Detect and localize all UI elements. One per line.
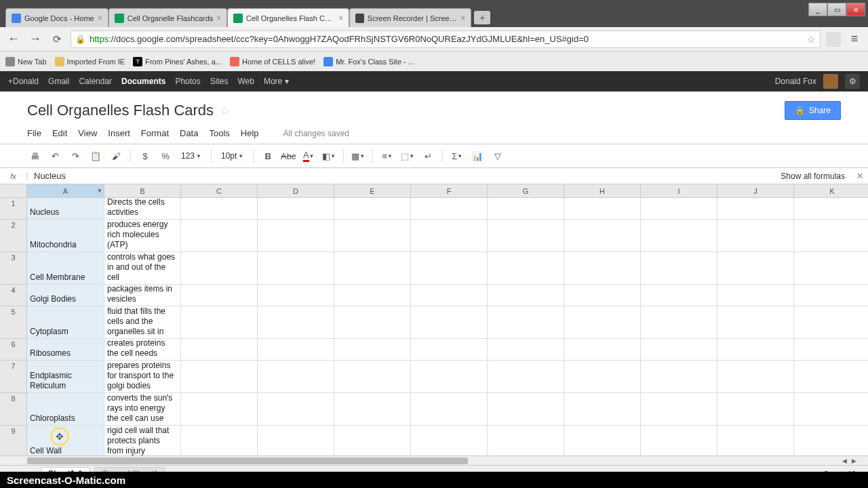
- cell-H7[interactable]: [564, 361, 641, 393]
- cell-C3[interactable]: [181, 252, 258, 285]
- row-header-6[interactable]: 6: [0, 339, 27, 361]
- cell-A4[interactable]: Golgi Bodies: [27, 285, 104, 306]
- cell-I7[interactable]: [641, 361, 717, 393]
- column-header-K[interactable]: K: [794, 184, 868, 198]
- cell-B6[interactable]: creates proteins the cell needs: [104, 339, 181, 361]
- column-header-F[interactable]: F: [411, 184, 488, 198]
- cell-A7[interactable]: Endplasmic Reticulum: [27, 361, 104, 393]
- menu-icon[interactable]: ≡: [846, 31, 863, 47]
- cell-J3[interactable]: [717, 252, 794, 285]
- cell-J2[interactable]: [717, 220, 794, 252]
- row-header-7[interactable]: 7: [0, 361, 27, 393]
- cell-D3[interactable]: [258, 252, 334, 285]
- menu-help[interactable]: Help: [241, 128, 259, 138]
- wrap-button[interactable]: ↵: [420, 148, 435, 163]
- extension-icon[interactable]: [826, 32, 841, 47]
- share-button[interactable]: 🔒Share: [785, 101, 841, 120]
- star-button[interactable]: ☆: [220, 104, 230, 117]
- menu-edit[interactable]: Edit: [52, 128, 67, 138]
- cell-H8[interactable]: [564, 393, 641, 426]
- minimize-button[interactable]: _: [808, 3, 827, 16]
- gbar-item-gmail[interactable]: Gmail: [48, 77, 69, 86]
- percent-button[interactable]: %: [158, 148, 173, 163]
- close-icon[interactable]: ×: [98, 14, 102, 23]
- cell-I9[interactable]: [641, 426, 717, 455]
- cell-D8[interactable]: [258, 393, 334, 426]
- cell-B9[interactable]: rigid cell wall that protects plants fro…: [104, 426, 181, 455]
- tab-google-docs[interactable]: Google Docs - Home×: [5, 8, 108, 27]
- text-color-button[interactable]: A▼: [301, 148, 316, 163]
- cell-C1[interactable]: [181, 198, 258, 220]
- cell-E3[interactable]: [334, 252, 411, 285]
- cell-E7[interactable]: [334, 361, 411, 393]
- cell-D5[interactable]: [258, 306, 334, 339]
- spreadsheet-grid[interactable]: A▼BCDEFGHIJK1NucleusDirects the cells ac…: [0, 184, 868, 455]
- menu-file[interactable]: File: [27, 128, 41, 138]
- row-header-9[interactable]: 9: [0, 426, 27, 455]
- cell-G9[interactable]: [488, 426, 564, 455]
- undo-icon[interactable]: ↶: [47, 148, 62, 163]
- cell-K6[interactable]: [794, 339, 868, 361]
- menu-insert[interactable]: Insert: [108, 128, 130, 138]
- cell-B7[interactable]: prepares proteins for transport to the g…: [104, 361, 181, 393]
- cell-G4[interactable]: [488, 285, 564, 306]
- cell-K5[interactable]: [794, 306, 868, 339]
- tab-screenrecorder[interactable]: Screen Recorder | Screenca...×: [349, 8, 471, 27]
- cell-A3[interactable]: Cell Membrane: [27, 252, 104, 285]
- cell-D6[interactable]: [258, 339, 334, 361]
- cell-F4[interactable]: [411, 285, 488, 306]
- menu-data[interactable]: Data: [180, 128, 198, 138]
- horizontal-scrollbar[interactable]: ◀ ▶: [0, 455, 868, 465]
- cell-I3[interactable]: [641, 252, 717, 285]
- fill-color-button[interactable]: ◧▼: [321, 148, 336, 163]
- gbar-item-donald[interactable]: +Donald: [8, 77, 39, 86]
- borders-button[interactable]: ▦▼: [351, 148, 366, 163]
- row-header-3[interactable]: 3: [0, 252, 27, 285]
- select-all-corner[interactable]: [0, 184, 27, 198]
- cell-E6[interactable]: [334, 339, 411, 361]
- column-header-C[interactable]: C: [181, 184, 258, 198]
- cell-J9[interactable]: [717, 426, 794, 455]
- gbar-item-sites[interactable]: Sites: [210, 77, 229, 86]
- scrollbar-thumb[interactable]: [27, 458, 468, 464]
- row-header-2[interactable]: 2: [0, 220, 27, 252]
- cell-G1[interactable]: [488, 198, 564, 220]
- cell-A1[interactable]: Nucleus: [27, 198, 104, 220]
- cell-A8[interactable]: Chloroplasts: [27, 393, 104, 426]
- cell-E1[interactable]: [334, 198, 411, 220]
- bookmark-fox[interactable]: Mr. Fox's Class Site - ...: [323, 57, 414, 66]
- cell-K2[interactable]: [794, 220, 868, 252]
- cell-J7[interactable]: [717, 361, 794, 393]
- row-header-4[interactable]: 4: [0, 285, 27, 306]
- cell-C5[interactable]: [181, 306, 258, 339]
- cell-F6[interactable]: [411, 339, 488, 361]
- menu-format[interactable]: Format: [141, 128, 169, 138]
- cell-D9[interactable]: [258, 426, 334, 455]
- cell-B8[interactable]: converts the sun's rays into energy the …: [104, 393, 181, 426]
- strikethrough-button[interactable]: Abc: [281, 148, 296, 163]
- column-header-E[interactable]: E: [334, 184, 411, 198]
- forward-button[interactable]: →: [27, 31, 43, 47]
- cell-H5[interactable]: [564, 306, 641, 339]
- bold-button[interactable]: B: [260, 148, 275, 163]
- bookmark-newtab[interactable]: New Tab: [5, 57, 47, 66]
- scroll-left-icon[interactable]: ◀: [840, 456, 849, 466]
- column-header-A[interactable]: A▼: [27, 184, 104, 198]
- cell-H6[interactable]: [564, 339, 641, 361]
- bookmark-nyt[interactable]: TFrom Pines' Ashes, a...: [133, 57, 222, 66]
- cell-I1[interactable]: [641, 198, 717, 220]
- bookmark-imported[interactable]: Imported From IE: [55, 57, 125, 66]
- new-tab-button[interactable]: +: [474, 11, 490, 24]
- cell-K1[interactable]: [794, 198, 868, 220]
- cell-G8[interactable]: [488, 393, 564, 426]
- merge-button[interactable]: ⬚▼: [400, 148, 415, 163]
- cell-C8[interactable]: [181, 393, 258, 426]
- cell-F3[interactable]: [411, 252, 488, 285]
- cell-C2[interactable]: [181, 220, 258, 252]
- cell-J6[interactable]: [717, 339, 794, 361]
- cell-B3[interactable]: controls what goes in and out of the cel…: [104, 252, 181, 285]
- cell-K8[interactable]: [794, 393, 868, 426]
- cell-H4[interactable]: [564, 285, 641, 306]
- doc-title[interactable]: Cell Organelles Flash Cards: [27, 102, 214, 119]
- row-header-8[interactable]: 8: [0, 393, 27, 426]
